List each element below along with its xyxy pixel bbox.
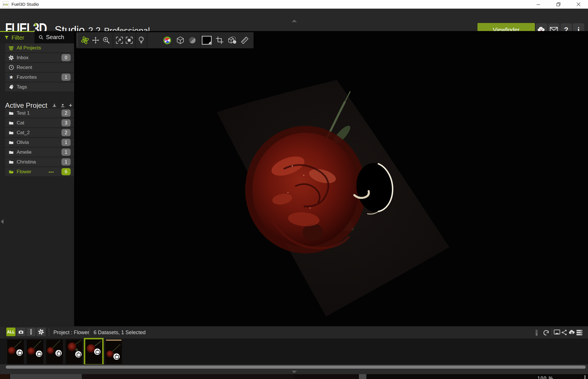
cloud-upload-button[interactable] xyxy=(568,329,575,335)
orbit-tool[interactable] xyxy=(80,35,90,45)
light-tool[interactable] xyxy=(136,35,146,45)
gear-icon xyxy=(38,329,44,335)
queue-icon xyxy=(576,329,583,336)
filmstrip-scroll-row xyxy=(0,364,588,374)
folder-icon xyxy=(8,140,14,145)
center-selection-tool[interactable] xyxy=(124,35,134,45)
camera-icon xyxy=(18,330,24,334)
dataset-thumbnail-5-selected[interactable] xyxy=(84,338,104,365)
collapse-filmstrip-handle[interactable] xyxy=(292,371,297,373)
all-projects-icon xyxy=(8,45,14,51)
toolbar-separator xyxy=(113,32,113,48)
viewport-toolbar xyxy=(76,32,254,48)
pan-tool[interactable] xyxy=(90,35,101,45)
queue-button[interactable] xyxy=(576,329,583,336)
import-dataset-icon[interactable] xyxy=(52,103,57,108)
project-row-cat2[interactable]: Cat_2 2 xyxy=(5,128,74,137)
share-icon xyxy=(561,329,567,336)
tag-icon xyxy=(8,84,14,89)
color-wheel-icon xyxy=(163,36,171,44)
dataset-type-badge xyxy=(55,350,62,356)
dataset-thumbnail-3[interactable] xyxy=(46,340,63,364)
toolbar-separator xyxy=(147,32,147,48)
restore-button[interactable] xyxy=(550,0,567,9)
tab-filter[interactable]: Filter xyxy=(0,31,34,43)
sidebar-item-all-projects[interactable]: All Projects xyxy=(5,43,74,52)
background-fragment xyxy=(585,375,585,379)
project-row-olivia[interactable]: Olivia 1 xyxy=(5,138,74,147)
dataset-thumbnail-2[interactable] xyxy=(27,340,43,364)
fit-view-tool[interactable] xyxy=(114,35,125,45)
background-color-swatch[interactable] xyxy=(202,35,212,45)
sidebar-item-recent[interactable]: Recent xyxy=(5,63,74,72)
background-fragment xyxy=(0,374,9,379)
fuel3d-studio-window: F3D Fuel3D Studio FUEL3D Studio 2.2 Prof… xyxy=(0,0,588,379)
project-row-flower[interactable]: Flower ••• 6 xyxy=(5,167,74,176)
dataset-thumbnail-6[interactable] xyxy=(105,340,122,364)
close-icon xyxy=(577,2,581,6)
project-row-cat[interactable]: Cat 3 xyxy=(5,118,74,127)
background-partial-text: 100 % xyxy=(537,376,553,379)
collapse-header-handle[interactable] xyxy=(292,20,297,22)
folder-open-icon xyxy=(8,170,14,174)
favorites-count-badge: 1 xyxy=(61,74,71,81)
display-icon xyxy=(554,329,560,336)
status-bar: ALL Project : Flower 6 Datasets, 1 Selec… xyxy=(0,326,588,339)
background-fragment xyxy=(82,374,294,379)
share-button[interactable] xyxy=(561,329,567,336)
zoom-tool[interactable] xyxy=(101,35,111,45)
filmstrip-scrollbar[interactable] xyxy=(6,365,586,369)
wireframe-cube-tool[interactable] xyxy=(175,35,185,45)
statusbar-separator xyxy=(552,328,552,336)
tab-search[interactable]: Search xyxy=(34,31,74,43)
collapse-sidebar-handle[interactable] xyxy=(1,219,3,224)
viewport-3d[interactable] xyxy=(74,31,588,326)
title-bar: F3D Fuel3D Studio xyxy=(0,0,588,9)
zip-handle-icon xyxy=(535,329,538,336)
project-count-badge: 6 xyxy=(61,168,71,175)
add-project-button[interactable]: + xyxy=(69,103,72,108)
dataset-type-badge xyxy=(16,349,23,356)
minimize-icon xyxy=(536,2,540,6)
background-fragment xyxy=(10,374,82,379)
texture-color-tool[interactable] xyxy=(162,35,172,45)
background-fragment xyxy=(359,374,366,379)
sidebar-item-favorites[interactable]: ★ Favorites 1 xyxy=(5,73,74,82)
project-more-menu[interactable]: ••• xyxy=(49,170,54,174)
minimize-button[interactable] xyxy=(529,0,547,9)
dataset-type-badge xyxy=(113,353,120,360)
folder-icon xyxy=(8,150,14,154)
sidebar-item-inbox[interactable]: Inbox 0 xyxy=(5,53,74,62)
project-count-badge: 3 xyxy=(61,119,71,126)
dataset-settings-button[interactable] xyxy=(36,328,46,336)
sync-button[interactable] xyxy=(543,329,550,336)
crop-tool[interactable] xyxy=(214,35,225,45)
measure-tool[interactable] xyxy=(239,35,250,45)
display-button[interactable] xyxy=(554,329,560,336)
export-dataset-icon[interactable] xyxy=(60,103,65,108)
toolbar-separator xyxy=(136,32,136,48)
camera-datasets-button[interactable] xyxy=(16,328,26,336)
project-row-amelie[interactable]: Amelie 1 xyxy=(5,148,74,157)
project-row-christina[interactable]: Christina 1 xyxy=(5,157,74,166)
filter-all-button[interactable]: ALL xyxy=(6,328,16,336)
project-row-test1[interactable]: Test 1 2 xyxy=(5,109,74,118)
rose-model xyxy=(245,126,366,253)
scan-datasets-button[interactable] xyxy=(26,328,36,336)
sidebar-item-tags[interactable]: Tags xyxy=(5,82,74,91)
project-status-label: Project : Flower xyxy=(53,326,89,339)
toolbar-separator xyxy=(200,32,200,48)
toolbar-drag-handle[interactable] xyxy=(77,34,78,47)
dataset-type-badge xyxy=(94,349,100,355)
restore-icon xyxy=(556,2,560,6)
datasets-status-label: 6 Datasets, 1 Selected xyxy=(94,326,146,339)
cloud-upload-icon xyxy=(568,329,575,335)
dataset-thumbnail-4[interactable] xyxy=(66,340,82,364)
close-button[interactable] xyxy=(570,0,587,9)
dataset-thumbnail-1[interactable] xyxy=(7,340,24,364)
project-count-badge: 2 xyxy=(61,109,71,117)
mesh-settings-tool[interactable] xyxy=(227,35,237,45)
statusbar-separator xyxy=(89,328,89,336)
dataset-filmstrip xyxy=(0,338,588,364)
shading-tool[interactable] xyxy=(187,35,198,45)
